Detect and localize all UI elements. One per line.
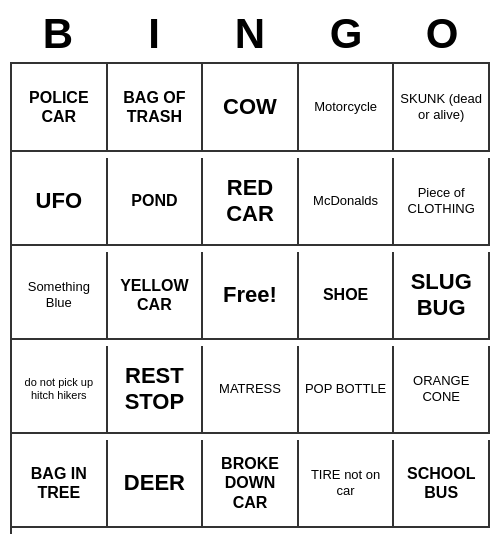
bingo-cell-15: do not pick up hitch hikers	[12, 346, 108, 434]
cell-text-13: SHOE	[323, 285, 368, 304]
cell-text-11: YELLOW CAR	[111, 276, 199, 314]
bingo-cell-22: BROKE DOWN CAR	[203, 440, 299, 528]
bingo-cell-10: Something Blue	[12, 252, 108, 340]
cell-text-1: BAG OF TRASH	[111, 88, 199, 126]
bingo-cell-8: McDonalds	[299, 158, 395, 246]
bingo-grid: POLICE CARBAG OF TRASHCOWMotorcycleSKUNK…	[10, 62, 490, 534]
bingo-cell-16: REST STOP	[108, 346, 204, 434]
header-letter-I: I	[110, 10, 198, 58]
cell-text-23: TIRE not on car	[302, 467, 390, 498]
cell-text-24: SCHOOL BUS	[397, 464, 485, 502]
cell-text-4: SKUNK (dead or alive)	[397, 91, 485, 122]
cell-text-5: UFO	[36, 188, 82, 214]
bingo-cell-4: SKUNK (dead or alive)	[394, 64, 490, 152]
bingo-cell-7: RED CAR	[203, 158, 299, 246]
cell-text-14: SLUG BUG	[397, 269, 485, 322]
cell-text-22: BROKE DOWN CAR	[206, 454, 294, 512]
cell-text-21: DEER	[124, 470, 185, 496]
cell-text-19: ORANGE CONE	[397, 373, 485, 404]
header-letter-N: N	[206, 10, 294, 58]
cell-text-18: POP BOTTLE	[305, 381, 386, 397]
bingo-cell-24: SCHOOL BUS	[394, 440, 490, 528]
cell-text-12: Free!	[223, 282, 277, 308]
bingo-cell-5: UFO	[12, 158, 108, 246]
bingo-cell-6: POND	[108, 158, 204, 246]
cell-text-16: REST STOP	[111, 363, 199, 416]
cell-text-15: do not pick up hitch hikers	[15, 376, 103, 402]
cell-text-10: Something Blue	[15, 279, 103, 310]
bingo-cell-21: DEER	[108, 440, 204, 528]
bingo-cell-13: SHOE	[299, 252, 395, 340]
bingo-cell-9: Piece of CLOTHING	[394, 158, 490, 246]
bingo-cell-1: BAG OF TRASH	[108, 64, 204, 152]
bingo-cell-17: MATRESS	[203, 346, 299, 434]
bingo-cell-23: TIRE not on car	[299, 440, 395, 528]
cell-text-17: MATRESS	[219, 381, 281, 397]
cell-text-20: BAG IN TREE	[15, 464, 103, 502]
bingo-cell-20: BAG IN TREE	[12, 440, 108, 528]
bingo-cell-2: COW	[203, 64, 299, 152]
bingo-cell-0: POLICE CAR	[12, 64, 108, 152]
cell-text-7: RED CAR	[206, 175, 294, 228]
cell-text-9: Piece of CLOTHING	[397, 185, 485, 216]
cell-text-3: Motorcycle	[314, 99, 377, 115]
bingo-cell-19: ORANGE CONE	[394, 346, 490, 434]
bingo-cell-3: Motorcycle	[299, 64, 395, 152]
header-letter-O: O	[398, 10, 486, 58]
cell-text-2: COW	[223, 94, 277, 120]
header-letter-G: G	[302, 10, 390, 58]
cell-text-8: McDonalds	[313, 193, 378, 209]
bingo-cell-11: YELLOW CAR	[108, 252, 204, 340]
cell-text-0: POLICE CAR	[15, 88, 103, 126]
cell-text-6: POND	[131, 191, 177, 210]
bingo-cell-18: POP BOTTLE	[299, 346, 395, 434]
bingo-cell-14: SLUG BUG	[394, 252, 490, 340]
header-letter-B: B	[14, 10, 102, 58]
bingo-cell-12: Free!	[203, 252, 299, 340]
bingo-header: BINGO	[10, 10, 490, 58]
